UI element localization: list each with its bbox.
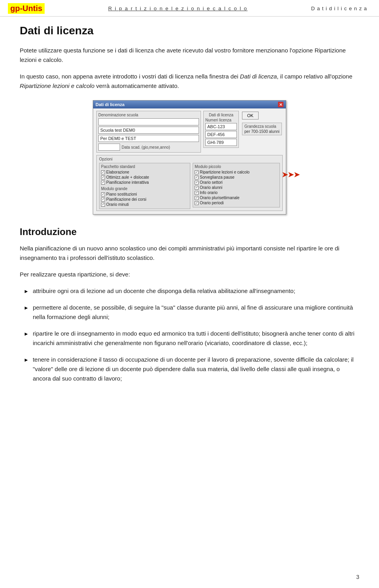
checkbox-piano-sost-box[interactable] [101, 192, 105, 196]
modulo-piccolo-label: Modulo piccolo [195, 164, 278, 169]
denom-input1[interactable] [98, 118, 199, 125]
checkbox-sorveg-box[interactable] [195, 175, 199, 179]
pacchetto-section: Pacchetto standard Elaborazione Ottimizz… [99, 163, 190, 209]
denom-value1: Scuola test DEM0 [98, 127, 199, 134]
checkbox-sorveg: Sorveglianza pause [195, 175, 278, 179]
numeri-value1: ABC-123 [205, 123, 237, 130]
checkbox-orario-periodi: Orario periodi [195, 201, 278, 205]
license-dialog: Dati di licenza ✕ Denominazione scuola S… [93, 100, 286, 215]
intro2-para1: Nella pianificazione di un nuovo anno sc… [20, 244, 359, 263]
bullet-list: ► attribuire ogni ora di lezione ad un d… [24, 286, 359, 383]
main-content: Dati di licenza Potete utilizzare questa… [0, 17, 379, 402]
intro-p2-before: In questo caso, non appena avrete introd… [20, 73, 240, 80]
date-label: Data scad. (gio,mese,anno) [122, 145, 170, 149]
checkbox-orario-alunni-box[interactable] [195, 186, 199, 190]
date-input[interactable] [98, 144, 120, 151]
modulo-grande-section: Modulo grande Piano sostituzioni Pianifi… [101, 187, 188, 207]
dialog-titlebar: Dati di licenza ✕ [93, 101, 286, 108]
checkbox-piano-sost: Piano sostituzioni [101, 192, 188, 196]
denom-label: Denominazione scuola [98, 113, 199, 117]
checkbox-orario-pluriset: Orario plurisettimanale [195, 196, 278, 200]
bullet-text-1: attribuire ogni ora di lezione ad un doc… [33, 286, 359, 296]
dialog-body: Denominazione scuola Scuola test DEM0 Pe… [93, 108, 286, 214]
denom-value2: Per DEM0 e TEST [98, 135, 199, 142]
grandezza-ok-section: OK Grandezza scuola per 700-1500 alunni [241, 111, 283, 153]
grandezza-text: per 700-1500 alunni [244, 129, 280, 134]
checkbox-ottimizz-box[interactable] [101, 175, 105, 179]
bullet-arrow-2: ► [24, 304, 29, 312]
page-number: 3 [356, 574, 359, 580]
bullet-arrow-3: ► [24, 330, 29, 338]
intro-p2-italic1: Dati di licenza [240, 73, 277, 80]
bullet-text-4: tenere in considerazione il tasso di occ… [33, 355, 359, 383]
options-section: Opzioni Pacchetto standard Elaborazione [96, 155, 283, 211]
modulo-grande-label: Modulo grande [101, 187, 188, 191]
list-item: ► permettere al docente, se possibile, d… [24, 303, 359, 322]
bullet-text-2: permettere al docente, se possibile, di … [33, 303, 359, 322]
checkbox-pianif-corsi: Pianificazione dei corsi [101, 197, 188, 202]
checkbox-orario-min: Orario minuti [101, 202, 188, 207]
intro2-para2: Per realizzare questa ripartizione, si d… [20, 270, 359, 279]
list-item: ► tenere in considerazione il tasso di o… [24, 355, 359, 383]
checkbox-orario-min-box[interactable] [101, 203, 105, 207]
page-title: Dati di licenza [20, 24, 359, 37]
right-section: Dati di licenza Numeri licenza ABC-123 D… [203, 111, 239, 153]
bullet-text-3: ripartire le ore di insegnamento in modo… [33, 329, 359, 348]
checkbox-ripart-box[interactable] [195, 170, 199, 174]
denominazione-section: Denominazione scuola Scuola test DEM0 Pe… [96, 111, 201, 153]
checkbox-orario-alunni: Orario alunni [195, 185, 278, 190]
grandezza-section: Grandezza scuola per 700-1500 alunni [242, 123, 282, 135]
checkbox-orario-pluriset-box[interactable] [195, 196, 199, 200]
intro-p2-middle: , il campo relativo all'opzione [277, 73, 352, 80]
section2-title: Introduzione [20, 226, 359, 237]
list-item: ► ripartire le ore di insegnamento in mo… [24, 329, 359, 348]
logo: gp-Untis [8, 3, 45, 14]
dialog-close-button[interactable]: ✕ [278, 102, 283, 107]
ok-button[interactable]: OK [242, 112, 259, 119]
checkbox-pianif-inter: Pianificazione interattiva [101, 180, 188, 185]
dati-licenza-label: Dati di licenza [205, 113, 237, 117]
checkbox-info-orario: Info orario [195, 190, 278, 195]
options-label: Opzioni [99, 157, 280, 161]
bullet-arrow-1: ► [24, 287, 29, 296]
numeri-value3: GHI-789 [205, 139, 237, 146]
numeri-sub-label: Numeri licenza [205, 118, 237, 122]
arrow-icon: ➤➤➤ [282, 170, 300, 179]
breadcrumb-nav: R i p a r t i z i o n e l e z i o n i e … [108, 6, 248, 11]
checkbox-info-orario-box[interactable] [195, 191, 199, 195]
modulo-piccolo-wrapper: Modulo piccolo Ripartizione lezioni e ca… [193, 163, 280, 209]
options-row: Pacchetto standard Elaborazione Ottimizz… [99, 163, 280, 209]
breadcrumb-section: D a t i d i l i c e n z a [311, 6, 367, 11]
intro-paragraph-1: Potete utilizzare questa funzione se i d… [20, 46, 359, 65]
dialog-title: Dati di licenza [96, 102, 124, 107]
intro-paragraph-2: In questo caso, non appena avrete introd… [20, 72, 359, 91]
checkbox-ottimizz: Ottimizz.aule + dislocate [101, 175, 188, 179]
checkbox-ripart: Ripartizione lezioni e calcolo ➤➤➤ [195, 170, 278, 174]
grandezza-label: Grandezza scuola [244, 124, 280, 129]
dialog-screenshot-container: Dati di licenza ✕ Denominazione scuola S… [20, 100, 359, 215]
bullet-arrow-4: ► [24, 356, 29, 364]
list-item: ► attribuire ogni ora di lezione ad un d… [24, 286, 359, 296]
checkbox-orario-settori: Orario settori [195, 180, 278, 185]
checkbox-orario-settori-box[interactable] [195, 181, 199, 185]
modulo-piccolo-section: Modulo piccolo Ripartizione lezioni e ca… [193, 163, 280, 207]
date-row: Data scad. (gio,mese,anno) [98, 144, 199, 151]
pacchetto-label: Pacchetto standard [101, 164, 188, 169]
page-header: gp-Untis R i p a r t i z i o n e l e z i… [0, 0, 379, 17]
intro-p2-after: verrà automaticamente attivato. [94, 82, 179, 89]
checkbox-pianif-corsi-box[interactable] [101, 198, 105, 202]
checkbox-pianif-inter-box[interactable] [101, 181, 105, 185]
checkbox-elaborazione-box[interactable] [101, 170, 105, 174]
checkbox-elaborazione: Elaborazione [101, 170, 188, 174]
numeri-section: Dati di licenza Numeri licenza ABC-123 D… [203, 111, 239, 148]
checkbox-orario-periodi-box[interactable] [195, 201, 199, 205]
numeri-value2: DEF-456 [205, 131, 237, 138]
intro-p2-italic2: Ripartizione lezioni e calcolo [20, 82, 94, 89]
